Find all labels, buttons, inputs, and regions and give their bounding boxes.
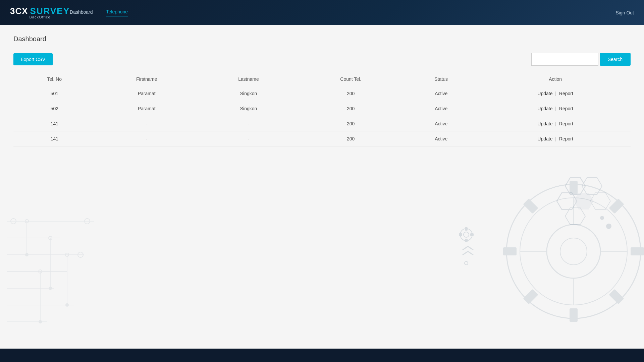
brand-backoffice: BackOffice — [30, 15, 51, 19]
cell-firstname: - — [96, 131, 198, 146]
cell-status: Active — [402, 86, 480, 101]
table-body: 501 Paramat Singkon 200 Active Update | … — [13, 86, 631, 146]
cell-action: Update | Report — [480, 116, 631, 131]
hex-decoration — [550, 174, 617, 248]
svg-point-47 — [464, 232, 469, 237]
svg-rect-51 — [470, 233, 474, 236]
svg-point-40 — [49, 287, 52, 290]
circuit-decoration — [0, 204, 107, 332]
svg-marker-19 — [574, 193, 594, 209]
cell-action: Update | Report — [480, 131, 631, 146]
svg-point-52 — [465, 261, 468, 265]
svg-point-22 — [600, 216, 604, 220]
action-update[interactable]: Update — [537, 121, 552, 126]
svg-rect-8 — [523, 198, 538, 214]
cell-action: Update | Report — [480, 86, 631, 101]
col-telno: Tel. No — [13, 72, 96, 86]
signout-link[interactable]: Sign Out — [616, 10, 634, 15]
svg-marker-18 — [557, 193, 577, 209]
cell-counttel: 200 — [299, 131, 402, 146]
gear-decoration — [493, 171, 644, 332]
cell-lastname: - — [198, 131, 300, 146]
svg-point-42 — [39, 320, 42, 323]
svg-point-1 — [520, 198, 627, 305]
small-icons-decoration — [456, 225, 483, 265]
action-report[interactable]: Report — [559, 106, 573, 111]
svg-point-3 — [560, 238, 587, 265]
cell-action: Update | Report — [480, 101, 631, 116]
table-row: 141 - - 200 Active Update | Report — [13, 131, 631, 146]
nav-telephone[interactable]: Telephone — [106, 9, 128, 16]
col-counttel: Count Tel. — [299, 72, 402, 86]
svg-rect-4 — [570, 181, 578, 194]
search-button[interactable]: Search — [600, 53, 631, 66]
action-report[interactable]: Report — [559, 121, 573, 126]
brand-3cx: 3CX — [10, 6, 28, 16]
cell-telno: 502 — [13, 101, 96, 116]
svg-marker-17 — [582, 178, 602, 194]
cell-telno: 141 — [13, 131, 96, 146]
table-header-row: Tel. No Firstname Lastname Count Tel. St… — [13, 72, 631, 86]
search-area: Search — [531, 53, 631, 66]
svg-point-41 — [65, 303, 69, 307]
cell-lastname: - — [198, 116, 300, 131]
cell-firstname: - — [96, 116, 198, 131]
svg-rect-5 — [570, 308, 578, 322]
svg-point-43 — [11, 219, 16, 224]
svg-point-35 — [25, 220, 29, 223]
cell-lastname: Singkon — [198, 86, 300, 101]
action-separator: | — [555, 121, 556, 126]
svg-marker-16 — [565, 178, 585, 194]
action-separator: | — [555, 136, 556, 141]
action-separator: | — [555, 91, 556, 96]
svg-rect-11 — [609, 289, 624, 304]
cell-status: Active — [402, 131, 480, 146]
table-row: 141 - - 200 Active Update | Report — [13, 116, 631, 131]
cell-counttel: 200 — [299, 116, 402, 131]
action-separator: | — [555, 106, 556, 111]
content-wrapper: Dashboard Export CSV Search Tel. No Firs… — [13, 35, 631, 146]
cell-telno: 141 — [13, 116, 96, 131]
svg-point-46 — [460, 229, 472, 241]
svg-rect-9 — [609, 198, 624, 214]
svg-rect-7 — [631, 247, 644, 255]
svg-point-44 — [85, 219, 90, 224]
svg-point-38 — [39, 270, 42, 273]
main-content: Dashboard Export CSV Search Tel. No Firs… — [0, 25, 644, 349]
brand-logo: 3CX SURVEY BackOffice — [10, 6, 70, 19]
toolbar: Export CSV Search — [13, 53, 631, 66]
action-update[interactable]: Update — [537, 136, 552, 141]
nav-links: Dashboard Telephone — [70, 9, 128, 16]
cell-status: Active — [402, 101, 480, 116]
svg-rect-48 — [465, 227, 468, 231]
svg-rect-6 — [503, 247, 517, 255]
svg-marker-20 — [590, 193, 610, 209]
svg-rect-49 — [465, 239, 468, 242]
table-row: 501 Paramat Singkon 200 Active Update | … — [13, 86, 631, 101]
action-update[interactable]: Update — [537, 106, 552, 111]
svg-rect-10 — [523, 289, 538, 304]
svg-point-36 — [49, 236, 52, 240]
search-input[interactable] — [531, 53, 598, 66]
svg-point-39 — [25, 253, 29, 256]
col-status: Status — [402, 72, 480, 86]
col-firstname: Firstname — [96, 72, 198, 86]
cell-counttel: 200 — [299, 101, 402, 116]
navbar: 3CX SURVEY BackOffice Dashboard Telephon… — [0, 0, 644, 25]
nav-dashboard[interactable]: Dashboard — [70, 9, 93, 16]
action-report[interactable]: Report — [559, 91, 573, 96]
export-csv-button[interactable]: Export CSV — [13, 53, 53, 65]
cell-lastname: Singkon — [198, 101, 300, 116]
cell-counttel: 200 — [299, 86, 402, 101]
cell-firstname: Paramat — [96, 86, 198, 101]
table-header: Tel. No Firstname Lastname Count Tel. St… — [13, 72, 631, 86]
cell-firstname: Paramat — [96, 101, 198, 116]
svg-marker-21 — [565, 208, 585, 225]
action-report[interactable]: Report — [559, 136, 573, 141]
action-update[interactable]: Update — [537, 91, 552, 96]
svg-point-2 — [547, 225, 600, 278]
data-table: Tel. No Firstname Lastname Count Tel. St… — [13, 72, 631, 146]
col-lastname: Lastname — [198, 72, 300, 86]
footer — [0, 349, 644, 362]
svg-rect-50 — [459, 233, 462, 236]
